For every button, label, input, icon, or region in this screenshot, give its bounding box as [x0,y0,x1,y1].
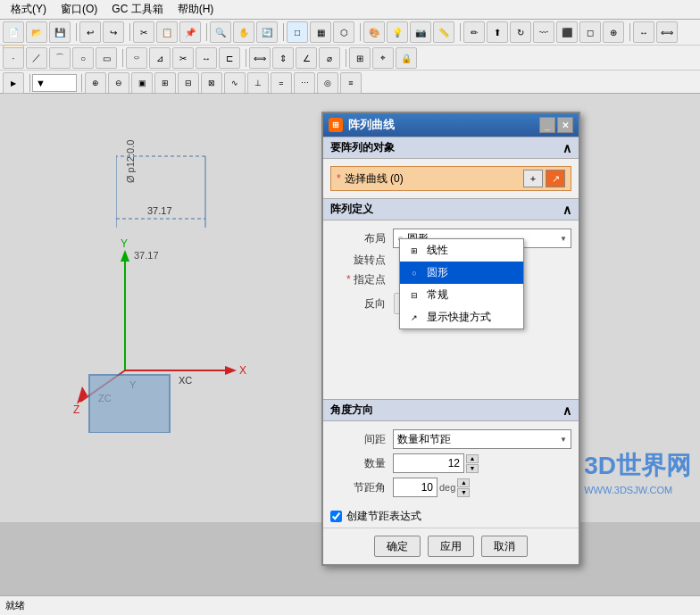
tb-offset[interactable]: ⊏ [219,47,240,69]
tb-dim-v[interactable]: ⇕ [272,47,294,69]
reverse-label: 反向 [330,296,393,312]
tb-line[interactable]: ／ [26,47,47,69]
tb-constraint[interactable]: ⊞ [154,72,176,94]
tb-extrude[interactable]: ⬆ [487,21,508,43]
section3-header: 角度方向 ∧ [323,399,579,421]
tb-perp[interactable]: ⊥ [247,72,269,94]
dropdown-item-linear[interactable]: ⊞ 线性 [400,239,523,262]
tb-mirror[interactable]: ⟺ [656,21,678,43]
tb-paste[interactable]: 📌 [179,21,201,43]
tb-measure[interactable]: 📏 [433,21,454,43]
tb-chamfer[interactable]: ⊿ [149,47,171,69]
menu-format[interactable]: 格式(Y) [4,0,54,19]
tb-copy[interactable]: 📋 [156,21,178,43]
tb-dim-r[interactable]: ⌀ [319,47,340,69]
tb-sketch[interactable]: ✏ [463,21,485,43]
dropdown-item-general[interactable]: ⊟ 常规 [400,284,523,306]
tb-render[interactable]: 🎨 [363,21,385,43]
tb-sep-10 [343,49,346,67]
count-input[interactable] [393,453,464,473]
curve-add-button[interactable]: + [523,170,543,187]
cancel-button[interactable]: 取消 [481,536,528,557]
section1-collapse[interactable]: ∧ [562,141,571,155]
dropdown-item-circular[interactable]: ○ 圆形 [400,262,523,284]
tb-new[interactable]: 📄 [3,21,24,43]
tb-sym[interactable]: ⊠ [201,72,222,94]
tb-plane[interactable]: ▣ [131,72,153,94]
dropdown-item-shortcut[interactable]: ↗ 显示快捷方式 [400,306,523,328]
dialog-minimize[interactable]: _ [539,117,555,133]
ok-button[interactable]: 确定 [374,536,421,557]
tb-cut[interactable]: ✂ [133,21,154,43]
req-star: * [337,172,341,185]
tb-3d[interactable]: ▦ [310,21,331,43]
tb-concentric[interactable]: ◎ [317,72,338,94]
menu-window[interactable]: 窗口(O) [54,0,104,19]
tb-lock[interactable]: 🔒 [396,47,417,69]
tb-trim[interactable]: ✂ [172,47,194,69]
menu-gctoolbox[interactable]: GC 工具箱 [104,0,170,19]
pitch-up[interactable]: ▲ [457,478,470,487]
count-down[interactable]: ▼ [466,464,479,473]
tb-light[interactable]: 💡 [387,21,408,43]
count-up[interactable]: ▲ [466,454,479,463]
apply-button[interactable]: 应用 [428,536,474,557]
watermark-text-area: 3D世界网 WWW.3DSJW.COM [584,449,691,495]
tb-boolean[interactable]: ⊕ [603,21,624,43]
tb-dim-h[interactable]: ⟺ [249,47,271,69]
tb-sep-12 [79,74,82,92]
tb-sweep[interactable]: 〰 [533,21,554,43]
tb-rect[interactable]: ▭ [96,47,117,69]
tb-grid-btn[interactable]: ⊞ [349,47,371,69]
section3-collapse[interactable]: ∧ [562,403,571,418]
tb-fillet[interactable]: ⌔ [126,47,147,69]
tb-box[interactable]: □ [287,21,308,43]
section2-collapse[interactable]: ∧ [562,203,571,217]
array-curve-dialog: ⊞ 阵列曲线 _ ✕ 要阵列的对象 ∧ * 选择曲线 (0) + ↗ 阵列定义 … [321,112,580,566]
tb-redo[interactable]: ↪ [103,21,124,43]
tb-move[interactable]: ↔ [633,21,654,43]
tb-camera[interactable]: 📷 [410,21,431,43]
curve-select-button[interactable]: ↗ [546,170,565,187]
tb-open[interactable]: 📂 [26,21,47,43]
tb-pan[interactable]: ✋ [233,21,254,43]
pitch-down[interactable]: ▼ [457,488,470,497]
tb-arc[interactable]: ⌒ [49,47,71,69]
tb-snap[interactable]: ⌖ [372,47,394,69]
svg-text:X: X [239,364,246,377]
tb-rotate[interactable]: 🔄 [256,21,278,43]
tb-fix[interactable]: ⊟ [178,72,199,94]
pitch-unit: deg [439,482,455,493]
tb-dim-a[interactable]: ∠ [296,47,317,69]
tb-tangent[interactable]: ∿ [224,72,246,94]
tb-blend[interactable]: ⬛ [556,21,578,43]
tb-select[interactable]: ▶ [3,72,24,94]
tb-wire[interactable]: ⬡ [333,21,354,43]
tb-shell[interactable]: ◻ [579,21,601,43]
create-expression-label[interactable]: 创建节距表达式 [346,509,421,524]
spacing-select[interactable]: 数量和节距 ▼ [393,429,571,449]
tb-sep-4 [280,23,284,41]
tb-undo[interactable]: ↩ [79,21,101,43]
tb-save[interactable]: 💾 [49,21,71,43]
tb-extend[interactable]: ↔ [196,47,217,69]
tb-revolve[interactable]: ↻ [510,21,531,43]
tb-coplanar[interactable]: ≡ [340,72,362,94]
menu-help[interactable]: 帮助(H) [171,0,221,19]
pitch-input[interactable] [393,478,438,497]
tb-sep-2 [127,23,130,41]
tb-zoom[interactable]: 🔍 [210,21,231,43]
tb-snap2[interactable]: ⊕ [85,72,106,94]
dialog-close[interactable]: ✕ [557,117,573,133]
section3-label: 角度方向 [330,403,373,418]
dropdown-linear-label: 线性 [427,243,448,258]
dialog-title: 阵列曲线 [348,117,539,133]
dialog-titlebar: ⊞ 阵列曲线 _ ✕ [323,113,579,137]
create-expression-checkbox[interactable] [330,511,342,522]
tb-snap3[interactable]: ⊖ [108,72,129,94]
tb-circle[interactable]: ○ [72,47,94,69]
tb-point[interactable]: · [3,47,24,69]
tb-equal[interactable]: = [271,72,292,94]
curve-label: 选择曲线 (0) [345,171,521,187]
tb-collinear[interactable]: ⋯ [294,72,315,94]
